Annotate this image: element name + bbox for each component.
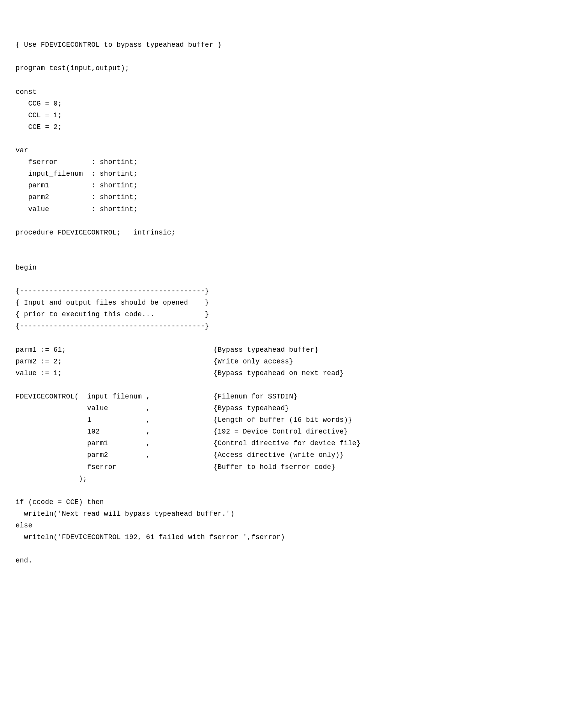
code-line: 1 , {Length of buffer (16 bit words)} xyxy=(16,416,352,424)
code-line: parm1 : shortint; xyxy=(16,182,138,189)
code-line: {---------------------------------------… xyxy=(16,287,209,295)
code-line: parm1 := 61; {Bypass typeahead buffer} xyxy=(16,346,319,354)
code-line: input_filenum : shortint; xyxy=(16,170,138,178)
code-line: FDEVICECONTROL( input_filenum , {Filenum… xyxy=(16,393,298,400)
code-line: { prior to executing this code... } xyxy=(16,310,209,318)
code-line: program test(input,output); xyxy=(16,64,129,72)
code-line: else xyxy=(16,522,32,529)
code-line: if (ccode = CCE) then xyxy=(16,498,104,506)
code-line: value : shortint; xyxy=(16,205,138,213)
code-line: value , {Bypass typeahead} xyxy=(16,404,289,412)
code-line: begin xyxy=(16,264,37,271)
code-line: CCG = 0; xyxy=(16,100,62,108)
code-line: parm1 , {Control directive for device fi… xyxy=(16,439,361,447)
code-line: fserror {Buffer to hold fserror code} xyxy=(16,463,335,471)
code-line: CCL = 1; xyxy=(16,111,62,119)
code-line: fserror : shortint; xyxy=(16,158,138,166)
code-line: writeln('Next read will bypass typeahead… xyxy=(16,510,235,518)
code-line: { Use FDEVICECONTROL to bypass typeahead… xyxy=(16,41,222,49)
code-line: parm2 : shortint; xyxy=(16,193,138,201)
code-line: ); xyxy=(16,475,87,483)
code-line: 192 , {192 = Device Control directive} xyxy=(16,428,348,435)
code-line: writeln('FDEVICECONTROL 192, 61 failed w… xyxy=(16,533,285,541)
code-line: procedure FDEVICECONTROL; intrinsic; xyxy=(16,229,175,236)
code-line: parm2 := 2; {Write only access} xyxy=(16,358,293,365)
code-line: end. xyxy=(16,557,32,564)
code-line: const xyxy=(16,88,37,96)
code-line: value := 1; {Bypass typeahead on next re… xyxy=(16,369,344,377)
code-line: { Input and output files should be opene… xyxy=(16,299,209,307)
code-line: CCE = 2; xyxy=(16,123,62,131)
code-line: {---------------------------------------… xyxy=(16,322,209,330)
code-line: parm2 , {Access directive (write only)} xyxy=(16,451,344,459)
code-line: var xyxy=(16,146,28,154)
